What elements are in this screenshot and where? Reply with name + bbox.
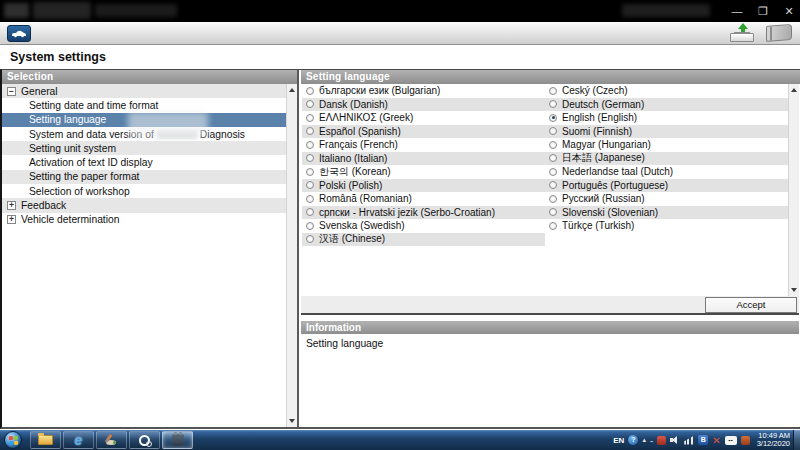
radio-selected-icon[interactable] <box>549 114 557 122</box>
tray-network-icon[interactable] <box>684 436 694 445</box>
language-option-magyar-hungarian[interactable]: Magyar (Hungarian) <box>545 138 788 152</box>
radio-icon[interactable] <box>549 222 557 230</box>
radio-icon[interactable] <box>306 181 314 189</box>
language-option-russian[interactable]: Русский (Russian) <box>545 192 788 206</box>
language-scrollbar[interactable] <box>788 84 799 296</box>
language-option-cesk-czech[interactable]: Ceský (Czech) <box>545 84 788 98</box>
print-export-icon[interactable] <box>728 23 756 43</box>
radio-icon[interactable] <box>549 154 557 162</box>
radio-icon[interactable] <box>306 100 314 108</box>
taskbar-diagnosis-app-button[interactable] <box>162 431 193 449</box>
tree-item-feedback[interactable]: +Feedback <box>2 198 286 212</box>
radio-icon[interactable] <box>306 154 314 162</box>
radio-icon[interactable] <box>306 127 314 135</box>
tree-item-general[interactable]: −General <box>2 84 286 98</box>
taskbar-internet-explorer-button[interactable]: e <box>63 431 94 449</box>
manual-book-icon[interactable] <box>766 24 792 42</box>
language-option-dansk-danish[interactable]: Dansk (Danish) <box>302 98 545 112</box>
show-desktop-button[interactable] <box>793 430 800 450</box>
radio-icon[interactable] <box>549 141 557 149</box>
language-option-portugu-s-portuguese[interactable]: Português (Portuguese) <box>545 179 788 193</box>
close-icon[interactable]: ✕ <box>782 0 796 22</box>
language-option-slovenski-slovenian[interactable]: Slovenski (Slovenian) <box>545 206 788 220</box>
radio-icon[interactable] <box>306 195 314 203</box>
start-button[interactable] <box>4 431 22 449</box>
collapse-expander-icon[interactable]: − <box>7 87 16 96</box>
selection-scrollbar[interactable] <box>286 84 297 427</box>
language-option-chinese[interactable]: 汉语 (Chinese) <box>302 233 545 247</box>
taskbar-paint-tool-button[interactable] <box>96 431 127 449</box>
expand-expander-icon[interactable]: + <box>7 215 16 224</box>
radio-icon[interactable] <box>306 141 314 149</box>
radio-icon[interactable] <box>549 208 557 216</box>
radio-icon[interactable] <box>549 181 557 189</box>
language-option-greek[interactable]: ΕΛΛΗΝΙΚΟΣ (Greek) <box>302 111 545 125</box>
tray-show-hidden-icon[interactable]: ▴ <box>642 436 646 444</box>
tree-item-activation-of-text-id-display[interactable]: Activation of text ID display <box>2 155 286 169</box>
language-option-korean[interactable]: 한국의 (Korean) <box>302 165 545 179</box>
tray-disconnect-icon[interactable]: ✕ <box>712 435 720 446</box>
tree-item-setting-the-paper-format[interactable]: Setting the paper format <box>2 170 286 184</box>
language-label: Ceský (Czech) <box>562 85 628 96</box>
radio-icon[interactable] <box>549 168 557 176</box>
scroll-up-icon[interactable] <box>287 85 297 95</box>
radio-icon[interactable] <box>306 222 314 230</box>
accept-button[interactable]: Accept <box>705 297 797 313</box>
tray-app-b-icon[interactable]: B <box>698 435 708 445</box>
language-option-suomi-finnish[interactable]: Suomi (Finnish) <box>545 125 788 139</box>
tree-item-selection-of-workshop[interactable]: Selection of workshop <box>2 184 286 198</box>
tray-status-box-icon[interactable]: -- <box>725 436 737 445</box>
radio-icon[interactable] <box>306 114 314 122</box>
radio-icon[interactable] <box>306 168 314 176</box>
radio-icon[interactable] <box>306 235 314 243</box>
radio-icon[interactable] <box>549 195 557 203</box>
taskbar-utility-button[interactable] <box>129 431 160 449</box>
language-option-japanese[interactable]: 日本語 (Japanese) <box>545 152 788 166</box>
tree-item-label-suffix: Diagnosis <box>200 129 245 140</box>
language-label: Deutsch (German) <box>562 99 644 110</box>
scroll-down-icon[interactable] <box>287 416 297 426</box>
language-row: ΕΛΛΗΝΙΚΟΣ (Greek)English (English) <box>302 111 788 125</box>
tray-security-icon[interactable] <box>657 436 666 445</box>
tray-language-indicator[interactable]: EN <box>613 436 624 445</box>
language-option-english-english[interactable]: English (English) <box>545 111 788 125</box>
radio-icon[interactable] <box>306 208 314 216</box>
minimize-icon[interactable]: — <box>730 0 744 22</box>
language-option-italiano-italian[interactable]: Italiano (Italian) <box>302 152 545 166</box>
tray-dash-icon[interactable]: - <box>650 435 653 446</box>
tray-clock[interactable]: 10:49 AM3/12/2020 <box>757 432 790 449</box>
tree-item-setting-language[interactable]: Setting language <box>2 113 286 127</box>
radio-icon[interactable] <box>549 87 557 95</box>
language-row: 한국의 (Korean)Nederlandse taal (Dutch) <box>302 165 788 179</box>
radio-icon[interactable] <box>306 87 314 95</box>
expand-expander-icon[interactable]: + <box>7 201 16 210</box>
language-option-fran-ais-french[interactable]: Français (French) <box>302 138 545 152</box>
language-option-polski-polish[interactable]: Polski (Polish) <box>302 179 545 193</box>
radio-icon[interactable] <box>549 100 557 108</box>
tree-item-vehicle-determination[interactable]: +Vehicle determination <box>2 213 286 227</box>
language-option-t-rk-e-turkish[interactable]: Türkçe (Turkish) <box>545 219 788 233</box>
tray-help-icon[interactable]: ? <box>628 435 638 445</box>
language-option-hrvatski-jezik-serbo-croatian[interactable]: српски - Hrvatski jezik (Serbo-Croatian) <box>302 206 545 220</box>
redaction-blur <box>157 130 197 139</box>
tree-item-setting-date-and-time-format[interactable]: Setting date and time format <box>2 98 286 112</box>
accept-row: Accept <box>301 296 799 315</box>
vehicle-icon[interactable] <box>7 25 31 42</box>
language-option-bulgarian[interactable]: български език (Bulgarian) <box>302 84 545 98</box>
tree-item-setting-unit-system[interactable]: Setting unit system <box>2 141 286 155</box>
language-label: Русский (Russian) <box>562 193 645 204</box>
radio-icon[interactable] <box>549 127 557 135</box>
taskbar-explorer-button[interactable] <box>30 431 61 449</box>
scroll-up-icon[interactable] <box>789 85 799 95</box>
language-option-svenska-swedish[interactable]: Svenska (Swedish) <box>302 219 545 233</box>
tree-item-system-and-data-version-of[interactable]: System and data version ofDiagnosis <box>2 127 286 141</box>
language-option-rom-n-romanian[interactable]: Română (Romanian) <box>302 192 545 206</box>
tree-item-label: Setting unit system <box>29 143 116 154</box>
language-option-nederlandse-taal-dutch[interactable]: Nederlandse taal (Dutch) <box>545 165 788 179</box>
maximize-icon[interactable]: ❐ <box>756 0 770 22</box>
tray-alert-icon[interactable] <box>741 436 750 445</box>
language-option-espa-ol-spanish[interactable]: Español (Spanish) <box>302 125 545 139</box>
tray-volume-icon[interactable] <box>670 435 680 445</box>
scroll-down-icon[interactable] <box>789 285 799 295</box>
language-option-deutsch-german[interactable]: Deutsch (German) <box>545 98 788 112</box>
